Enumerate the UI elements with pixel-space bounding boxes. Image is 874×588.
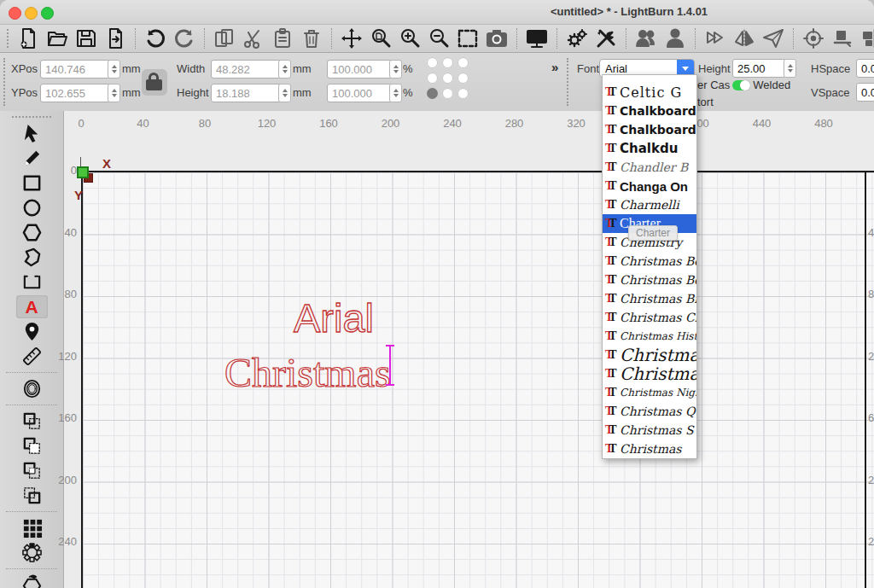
font-option[interactable]: TTChristmas Night (603, 383, 696, 402)
machine-origin-marker[interactable] (77, 166, 89, 178)
text-shape-arial-label[interactable]: Arial (294, 295, 374, 340)
boolean-subtract-tool-button[interactable] (16, 434, 48, 457)
font-option[interactable]: TTChristmas Brigh (603, 289, 696, 308)
device-settings-button[interactable] (564, 26, 590, 51)
minimize-window-button[interactable] (25, 7, 38, 20)
font-option[interactable]: TTChalkdu (603, 139, 696, 158)
ellipse-tool-button[interactable] (16, 196, 48, 219)
font-option[interactable]: TTChristmas Qu (603, 402, 696, 421)
new-file-icon (17, 27, 39, 49)
font-option[interactable]: TTChalkboard (603, 120, 696, 139)
hspace-field[interactable]: 0.0 (856, 59, 874, 78)
xpos-stepper[interactable] (108, 60, 120, 79)
ypos-field[interactable]: 102.655 (40, 84, 111, 102)
import-file-button[interactable] (102, 26, 128, 51)
save-file-button[interactable] (73, 26, 99, 51)
anchor-dot[interactable] (427, 73, 438, 84)
width-percent-field[interactable]: 100.000 (327, 60, 393, 79)
font-option[interactable]: TTChristmas Histoy (603, 327, 696, 346)
machine-tools-button[interactable] (593, 26, 619, 51)
zoom-out-button[interactable] (426, 26, 452, 51)
vspace-field[interactable]: 0.0 (856, 83, 874, 102)
font-option[interactable]: TTChristmas Chu (603, 308, 696, 327)
font-option[interactable] (603, 75, 696, 83)
anchor-dot[interactable] (427, 88, 438, 99)
font-option[interactable]: TTChalkboard (603, 102, 696, 120)
anchor-dot[interactable] (457, 57, 469, 68)
open-file-button[interactable] (44, 26, 70, 51)
focus-target-button[interactable] (801, 26, 826, 51)
ypos-stepper[interactable] (108, 84, 120, 102)
width-field[interactable]: 48.282 (211, 60, 282, 79)
anchor-dot[interactable] (457, 73, 469, 84)
font-option[interactable]: TTChristmas M (603, 364, 696, 383)
h-ruler-label: 280 (505, 117, 524, 130)
anchor-dot[interactable] (442, 57, 453, 68)
boolean-intersect-tool-button[interactable] (16, 484, 48, 507)
start-preview-button[interactable] (702, 26, 728, 51)
cut-button[interactable] (241, 26, 266, 51)
new-file-button[interactable] (15, 26, 41, 51)
text-shape-christmas[interactable]: Christmas (220, 346, 404, 396)
delete-button[interactable] (299, 26, 324, 51)
text-height-field[interactable]: 25.00 (732, 59, 786, 78)
font-option[interactable]: TTChristmas (603, 440, 696, 458)
font-option[interactable]: TTCharmelli (603, 195, 696, 214)
palette-drag-handle[interactable] (12, 116, 51, 118)
frame-selection-button[interactable] (455, 26, 481, 51)
select-tool-button[interactable] (16, 122, 48, 145)
height-percent-stepper[interactable] (389, 84, 402, 102)
text-height-stepper[interactable] (784, 59, 796, 78)
pan-view-button[interactable] (339, 26, 364, 51)
text-toolbar-drag-handle[interactable] (567, 58, 570, 106)
anchor-dot[interactable] (442, 88, 453, 99)
machine-work-area[interactable] (81, 171, 874, 588)
mirror-flip-button[interactable] (731, 26, 757, 51)
width-stepper[interactable] (278, 60, 291, 79)
zoom-in-button[interactable] (397, 26, 422, 51)
anchor-dot[interactable] (427, 57, 438, 68)
width-percent-stepper[interactable] (389, 60, 402, 79)
anchor-dot[interactable] (457, 88, 469, 99)
control-bar: XPos 140.746 mm YPos 102.655 mm Width 48… (0, 53, 874, 112)
font-option[interactable]: TTChandler B (603, 158, 696, 177)
weld-tool-button[interactable] (16, 573, 48, 588)
align-bottom-button[interactable] (830, 26, 855, 51)
redo-button[interactable] (172, 26, 197, 51)
height-field[interactable]: 18.188 (211, 84, 282, 102)
lock-aspect-button[interactable] (142, 69, 167, 96)
xpos-field[interactable]: 140.746 (40, 60, 111, 79)
user-button[interactable] (662, 26, 688, 51)
height-stepper[interactable] (278, 84, 291, 102)
close-window-button[interactable] (9, 7, 21, 20)
controlbar-drag-handle[interactable] (3, 58, 7, 106)
align-right-button[interactable] (859, 26, 874, 51)
font-option[interactable]: TTChristmas Bear (603, 252, 696, 271)
camera-capture-button[interactable] (484, 26, 510, 51)
text-shape-christmas-label[interactable]: Christmas (224, 350, 391, 395)
users-button[interactable] (633, 26, 659, 51)
undo-button[interactable] (143, 26, 168, 51)
font-option[interactable]: TTChristmas S (603, 421, 696, 440)
font-option[interactable]: TTChanga On (603, 177, 696, 195)
edit-nodes-tool-button[interactable] (16, 246, 48, 269)
font-option[interactable]: TTChristmas (603, 346, 696, 364)
position-laser-tool-button[interactable] (16, 320, 48, 343)
anchor-dot[interactable] (442, 73, 453, 84)
send-file-button[interactable] (760, 26, 786, 51)
copy-button[interactable] (212, 26, 237, 51)
right-edge-label: 8 (868, 288, 874, 300)
text-shape-arial[interactable]: Arial (288, 295, 399, 340)
zoom-window-button[interactable] (41, 7, 54, 20)
preview-window-button[interactable] (524, 26, 550, 51)
font-option[interactable]: TTCeltic G (603, 83, 696, 102)
welded-toggle[interactable] (732, 80, 750, 90)
paste-button[interactable] (270, 26, 295, 51)
toolbar-overflow-chevron[interactable]: » (551, 60, 556, 74)
preview-window-icon (526, 27, 548, 49)
height-percent-field[interactable]: 100.000 (327, 84, 393, 102)
zoom-to-page-button[interactable] (368, 26, 393, 51)
font-option[interactable]: TTChristmas Bell (603, 271, 696, 289)
toolbar-drag-handle[interactable] (7, 29, 9, 48)
offset-shapes-tool-button[interactable] (16, 377, 48, 400)
